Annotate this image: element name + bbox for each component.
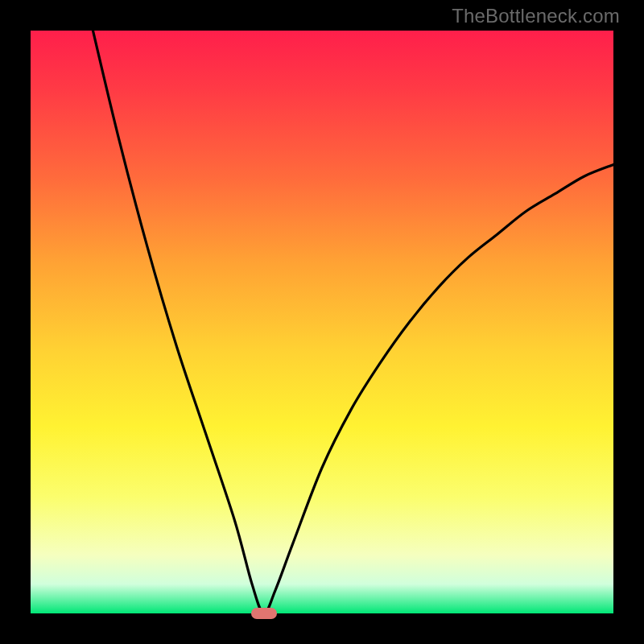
bottleneck-curve (31, 31, 613, 613)
chart-frame: TheBottleneck.com (0, 0, 644, 644)
watermark-text: TheBottleneck.com (452, 5, 620, 27)
minimum-marker (251, 608, 277, 619)
